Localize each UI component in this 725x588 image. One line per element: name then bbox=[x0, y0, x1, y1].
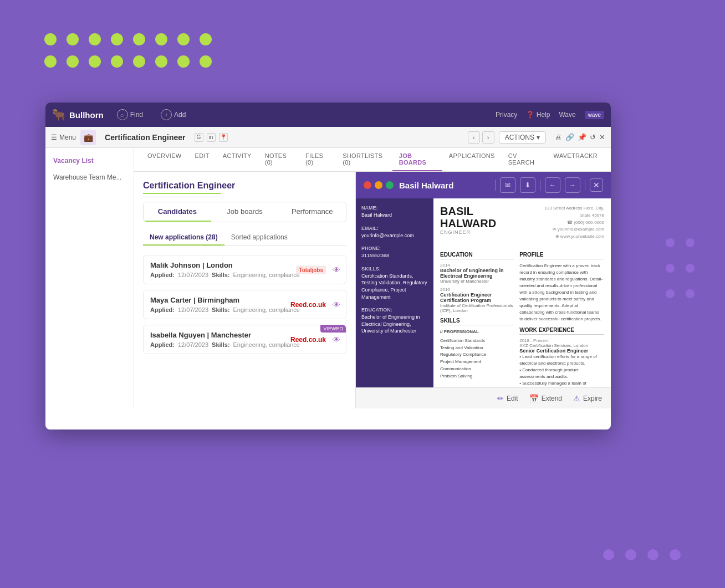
skill-6: Problem Solving bbox=[440, 373, 514, 380]
cv-close-panel[interactable]: ✕ bbox=[590, 178, 603, 192]
title-underline bbox=[143, 193, 221, 194]
cv-resume-header: BASIL HALWARD ENGINEER 123 Street Addres… bbox=[440, 205, 604, 241]
tab-overview[interactable]: OVERVIEW bbox=[141, 148, 188, 171]
tab-notes[interactable]: NOTES (0) bbox=[258, 148, 299, 171]
tab-performance[interactable]: Performance bbox=[278, 202, 346, 222]
expire-action[interactable]: ⚠ Expire bbox=[573, 394, 602, 403]
dot bbox=[133, 33, 145, 45]
panel-title: Certification Engineer bbox=[143, 181, 346, 191]
hamburger-icon: ☰ bbox=[51, 134, 57, 141]
view-icon-2[interactable]: 👁 bbox=[333, 300, 340, 309]
cv-name-value: Basil Halward bbox=[361, 212, 428, 219]
pin-icon[interactable]: 📌 bbox=[578, 133, 586, 141]
tab-cv-search[interactable]: CV SEARCH bbox=[502, 148, 547, 171]
cv-work-title: WORK EXPERIENCE bbox=[519, 327, 604, 335]
cv-close-btn[interactable] bbox=[364, 181, 371, 189]
viewed-badge: VIEWED bbox=[320, 325, 346, 333]
cv-edu-label: Education: bbox=[361, 307, 428, 313]
privacy-link[interactable]: Privacy bbox=[496, 111, 517, 119]
browser-window: 🐂 Bullhorn ⌕ Find + Add Privacy ❓ Help W… bbox=[45, 103, 611, 430]
sidebar-vacancy-label: Vacancy List bbox=[53, 157, 94, 165]
tab-shortlists[interactable]: SHORTLISTS (0) bbox=[336, 148, 392, 171]
sub-tab-sorted-applications[interactable]: Sorted applications bbox=[224, 230, 294, 246]
candidate-card-2: Maya Carter | Birmingham Applied: 12/07/… bbox=[143, 290, 346, 319]
cv-candidate-name: Basil Halward bbox=[399, 181, 484, 190]
skill-3: Regulatory Compliance bbox=[440, 351, 514, 359]
dot bbox=[89, 33, 101, 45]
find-button[interactable]: ⌕ Find bbox=[113, 107, 147, 122]
skills-label: Skills: bbox=[212, 272, 229, 278]
dot bbox=[200, 55, 212, 68]
sub-tab-new-applications[interactable]: New applications (28) bbox=[143, 230, 224, 246]
cv-sidebar-panel: Name: Basil Halward Email: yourinfo@exam… bbox=[356, 198, 433, 387]
left-panel: Certification Engineer Candidates Job bo… bbox=[134, 172, 356, 408]
skills-3: Engineering, compliance bbox=[233, 341, 299, 348]
link-icon[interactable]: 🔗 bbox=[565, 133, 574, 141]
cv-edu-entry-1: 2014 Bachelor of Engineering in Electric… bbox=[440, 263, 514, 284]
edit-label: Edit bbox=[507, 395, 518, 402]
edit-action[interactable]: ✏ Edit bbox=[497, 394, 518, 403]
cv-separator bbox=[495, 180, 496, 191]
sidebar-item-warehouse[interactable]: Warehouse Team Me... bbox=[45, 169, 134, 186]
refresh-icon[interactable]: ↺ bbox=[590, 133, 596, 141]
google-icon[interactable]: G bbox=[195, 133, 203, 142]
skills-label-3: Skills: bbox=[212, 341, 229, 348]
dot bbox=[155, 33, 167, 45]
next-button[interactable]: › bbox=[482, 131, 494, 144]
tab-edit[interactable]: EDIT bbox=[188, 148, 216, 171]
bullhorn-icon: 🐂 bbox=[52, 108, 66, 121]
cv-sidebar-name-section: Name: Basil Halward bbox=[361, 205, 428, 219]
cv-email-btn[interactable]: ✉ bbox=[500, 177, 515, 193]
menu-button[interactable]: ☰ Menu bbox=[51, 134, 76, 141]
add-button[interactable]: + Add bbox=[156, 107, 190, 122]
main-panel: OVERVIEW EDIT ACTIVITY NOTES (0) FILES (… bbox=[134, 148, 611, 408]
cv-edu-value: Bachelor of Engineering in Electrical En… bbox=[361, 314, 428, 335]
skill-1: Certification Standards bbox=[440, 338, 514, 345]
wave-badge: wave bbox=[585, 111, 604, 119]
tab-wavetrackr[interactable]: WAVETRACKR bbox=[547, 148, 604, 171]
dot bbox=[603, 549, 614, 560]
help-button[interactable]: ❓ Help bbox=[526, 111, 550, 119]
cv-window-buttons bbox=[364, 181, 394, 189]
cv-maximize-btn[interactable] bbox=[386, 181, 394, 189]
actions-button[interactable]: ACTIONS ▾ bbox=[499, 131, 546, 144]
view-icon-1[interactable]: 👁 bbox=[333, 265, 340, 274]
cv-download-btn[interactable]: ⬇ bbox=[520, 177, 535, 193]
prev-button[interactable]: ‹ bbox=[468, 131, 480, 144]
cv-sidebar-education-section: Education: Bachelor of Engineering in El… bbox=[361, 307, 428, 335]
cv-work-entry-1: 2018 - Present XYZ Certification Service… bbox=[519, 338, 604, 387]
cv-name-label: Name: bbox=[361, 205, 428, 211]
linkedin-icon[interactable]: in bbox=[207, 133, 216, 142]
tab-job-boards-inner[interactable]: Job boards bbox=[211, 202, 279, 222]
cv-next-btn[interactable]: → bbox=[565, 177, 580, 193]
tab-activity[interactable]: ACTIVITY bbox=[216, 148, 258, 171]
question-icon: ❓ bbox=[526, 111, 534, 119]
plus-icon: + bbox=[161, 109, 172, 120]
location-icon[interactable]: 📍 bbox=[219, 133, 228, 142]
cv-minimize-btn[interactable] bbox=[375, 181, 382, 189]
inner-tabs: Candidates Job boards Performance bbox=[143, 202, 346, 222]
close-icon[interactable]: ✕ bbox=[599, 133, 605, 141]
view-icon-3[interactable]: 👁 bbox=[333, 335, 340, 344]
tab-job-boards[interactable]: JOB BOARDS bbox=[392, 148, 442, 171]
cv-prev-btn[interactable]: ← bbox=[545, 177, 560, 193]
print-icon[interactable]: 🖨 bbox=[555, 133, 562, 141]
social-links: G in 📍 bbox=[195, 133, 228, 142]
sidebar-item-vacancy-list[interactable]: Vacancy List bbox=[45, 152, 134, 169]
extend-action[interactable]: 📅 Extend bbox=[529, 394, 562, 403]
right-panel: Basil Halward ✉ ⬇ ← → ✕ bbox=[356, 172, 611, 408]
dot bbox=[177, 33, 190, 45]
dot bbox=[666, 289, 675, 298]
cv-edu-degree-2: Certification Engineer Certification Pro… bbox=[440, 292, 514, 303]
candidate-card-1: Malik Johnson | London Applied: 12/07/20… bbox=[143, 255, 346, 284]
dot bbox=[44, 33, 57, 45]
applied-label-2: Applied: bbox=[150, 306, 175, 313]
tab-candidates[interactable]: Candidates bbox=[144, 202, 211, 222]
tab-files[interactable]: FILES (0) bbox=[299, 148, 336, 171]
tab-applications[interactable]: APPLICATIONS bbox=[442, 148, 502, 171]
dot bbox=[111, 55, 123, 68]
dot bbox=[89, 55, 101, 68]
cv-education-title: EDUCATION bbox=[440, 252, 514, 259]
dot bbox=[670, 549, 681, 560]
dot bbox=[67, 55, 79, 68]
